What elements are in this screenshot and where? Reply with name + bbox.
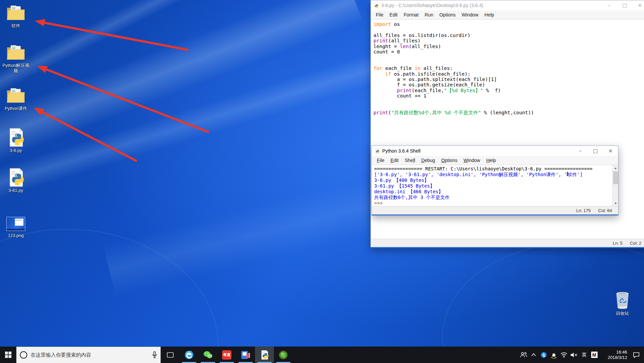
- scrollbar-thumb[interactable]: [613, 171, 618, 184]
- text-line: [373, 27, 644, 32]
- shell-titlebar[interactable]: Python 3.6.4 Shell – □ ×: [372, 146, 618, 156]
- ime-mode-icon[interactable]: M: [589, 347, 599, 363]
- text-line: [373, 54, 644, 60]
- shell-output-area[interactable]: ================= RESTART: C:\Users\lish…: [372, 165, 612, 206]
- shell-window[interactable]: Python 3.6.4 Shell – □ × FileEditShellDe…: [371, 146, 618, 215]
- text-line: f = os.path.getsize(each_file): [373, 82, 644, 87]
- scrollbar[interactable]: ▲ ▼: [612, 165, 618, 206]
- maximize-icon[interactable]: □: [617, 0, 632, 10]
- desktop-icon-folder-python-videos[interactable]: Python解压视频: [0, 43, 32, 74]
- desktop-icon-file-3-6-py[interactable]: 3-6.py: [0, 128, 32, 153]
- desktop-icon-file-123-png[interactable]: 123.png: [0, 213, 32, 238]
- text-line: a = os.path.splitext(each_file)[1]: [373, 77, 644, 82]
- microphone-icon[interactable]: [152, 351, 157, 359]
- search-placeholder: 在这里输入你要搜索的内容: [31, 352, 149, 358]
- folder-icon: [6, 3, 25, 22]
- people-icon[interactable]: [519, 347, 528, 363]
- taskbar-search-box[interactable]: 在这里输入你要搜索的内容: [16, 347, 161, 363]
- text-line: print(each_file,"【%d Bytes】" % f): [373, 88, 644, 93]
- minimize-icon[interactable]: –: [573, 146, 588, 156]
- menu-debug[interactable]: Debug: [418, 157, 438, 164]
- action-center-icon[interactable]: [630, 347, 643, 363]
- bluetooth-icon[interactable]: [539, 347, 548, 363]
- close-icon[interactable]: ×: [603, 146, 618, 156]
- desktop-icon-label: 123.png: [0, 233, 32, 238]
- text-line: print("共有路径数%d个,其中 %d 个不是文件" % (lenght,c…: [373, 110, 644, 115]
- editor-titlebar[interactable]: 3-6.py - C:\Users\lishaoye\Desktop\3-6.p…: [371, 0, 644, 10]
- editor-line-indicator: Ln: 5: [613, 241, 622, 246]
- text-line: for each_file in all_files:: [373, 66, 644, 71]
- python-file-icon: [374, 148, 380, 154]
- menu-edit[interactable]: Edit: [387, 11, 401, 18]
- menu-help[interactable]: Help: [481, 11, 497, 18]
- text-line: [373, 99, 644, 104]
- taskbar-clock[interactable]: 16:46 2018/3/12: [600, 350, 629, 360]
- shell-menubar: FileEditShellDebugOptionsWindowHelp: [372, 156, 618, 165]
- text-line: all_files = os.listdir(os.curdir): [373, 33, 644, 38]
- menu-options[interactable]: Options: [438, 157, 460, 164]
- start-button[interactable]: [0, 347, 16, 363]
- text-line: ['3-6.py', '3-61.py', 'desktop.ini', 'Py…: [374, 172, 612, 177]
- taskbar-app-youdao[interactable]: 有道: [217, 347, 236, 363]
- menu-edit[interactable]: Edit: [388, 157, 402, 164]
- editor-window-title: 3-6.py - C:\Users\lishaoye\Desktop\3-6.p…: [381, 3, 483, 8]
- desktop-icon-label: 3-6.py: [0, 148, 32, 153]
- taskbar: 在这里输入你要搜索的内容 有道: [0, 347, 644, 363]
- taskbar-app-wechat[interactable]: [199, 347, 217, 363]
- menu-window[interactable]: Window: [460, 157, 483, 164]
- clock-time: 16:46: [600, 350, 627, 355]
- taskbar-app-internet-explorer[interactable]: [180, 347, 199, 363]
- text-line: 3-61.py 【1545 Bytes】: [374, 183, 612, 189]
- desktop-icon-folder-software[interactable]: 软件: [0, 3, 32, 29]
- volume-muted-icon[interactable]: [569, 347, 579, 363]
- image-thumbnail: [6, 217, 25, 231]
- shell-col-indicator: Col: 64: [598, 208, 612, 213]
- taskbar-app-video-player[interactable]: [236, 347, 255, 363]
- menu-shell[interactable]: Shell: [402, 157, 418, 164]
- shell-line-indicator: Ln: 175: [576, 208, 591, 213]
- maximize-icon[interactable]: □: [588, 146, 603, 156]
- menu-format[interactable]: Format: [401, 11, 422, 18]
- clock-date: 2018/3/12: [600, 355, 627, 360]
- text-line: [373, 104, 644, 110]
- menu-help[interactable]: Help: [483, 157, 499, 164]
- desktop-icon-label: 3-61.py: [0, 188, 32, 193]
- scroll-down-icon[interactable]: ▼: [613, 200, 618, 206]
- menu-file[interactable]: File: [374, 157, 388, 164]
- desktop-icon-label: Python解压视频: [2, 63, 29, 74]
- python-file-icon: [373, 3, 379, 8]
- minimize-icon[interactable]: –: [602, 0, 617, 10]
- text-line: 3-6.py 【400 Bytes】: [374, 177, 612, 183]
- text-line: print(all_files): [373, 38, 644, 43]
- close-icon[interactable]: ×: [632, 0, 644, 10]
- desktop-icon-file-3-61-py[interactable]: 3-61.py: [0, 168, 32, 193]
- python-icon: [6, 168, 25, 187]
- text-line: ================= RESTART: C:\Users\lish…: [374, 166, 612, 172]
- wallpaper-arc: [0, 229, 219, 347]
- editor-col-indicator: Col: 2: [630, 241, 641, 246]
- wallpaper-light-beam: [0, 0, 363, 190]
- menu-window[interactable]: Window: [459, 11, 481, 18]
- taskbar-app-task-view[interactable]: [161, 347, 180, 363]
- desktop-icon-folder-python-courseware[interactable]: Python课件: [0, 86, 32, 111]
- recycle-bin[interactable]: 回收站: [607, 291, 638, 316]
- folder-icon: [6, 43, 25, 62]
- folder-icon: [6, 86, 25, 105]
- wifi-icon[interactable]: [559, 347, 569, 363]
- text-line: if os.path.isfile(each_file):: [373, 71, 644, 77]
- image-icon: [6, 213, 25, 232]
- hidden-icons-chevron-icon[interactable]: [529, 347, 538, 363]
- ime-lang-icon[interactable]: 英: [579, 347, 589, 363]
- text-line: >>>: [374, 200, 612, 206]
- text-line: 共有路径数6个,其中 3 个不是文件: [374, 195, 612, 200]
- recycle-bin-icon: [613, 291, 632, 310]
- menu-options[interactable]: Options: [436, 11, 459, 18]
- qq-icon[interactable]: [549, 347, 559, 363]
- editor-menubar: FileEditFormatRunOptionsWindowHelp: [371, 10, 644, 19]
- python-icon: [6, 128, 25, 147]
- menu-run[interactable]: Run: [422, 11, 436, 18]
- taskbar-app-python-idle[interactable]: [255, 347, 274, 363]
- taskbar-app-game-center[interactable]: [274, 347, 293, 363]
- menu-file[interactable]: File: [373, 11, 387, 18]
- scroll-up-icon[interactable]: ▲: [613, 165, 618, 171]
